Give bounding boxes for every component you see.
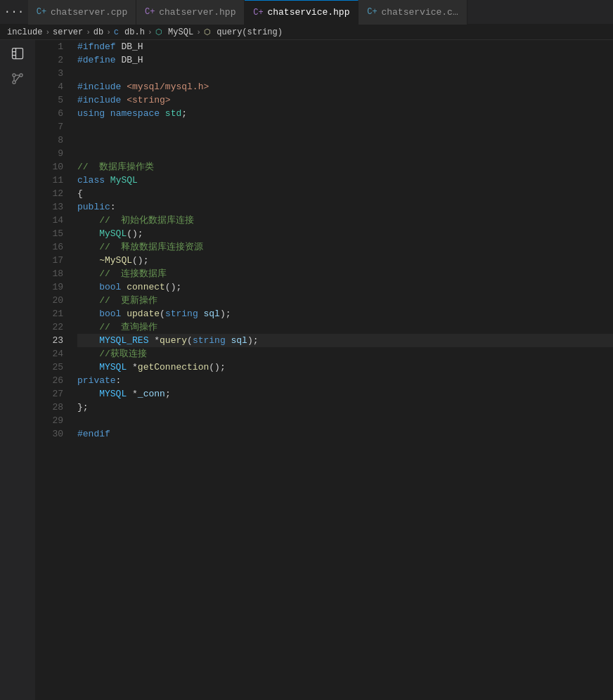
token-pp: #endif (77, 427, 110, 441)
token-comment: // 更新操作 (99, 294, 157, 307)
code-line-9 (77, 147, 613, 160)
token-cn: _conn (138, 387, 165, 401)
token-std-kw: std (165, 107, 181, 120)
tab-chatserver-cpp[interactable]: C+chatserver.cpp (28, 0, 136, 25)
code-line-20: // 更新操作 (77, 294, 613, 307)
token-n (105, 107, 110, 120)
tab-chatservice-c[interactable]: C+chatservice.c… (359, 0, 467, 25)
token-pp: #include (77, 93, 121, 107)
tab-chatservice-hpp[interactable]: C+chatservice.hpp (245, 0, 359, 25)
source-control-icon[interactable] (8, 69, 27, 89)
line-number-16: 16 (35, 240, 63, 254)
token-kw: private (77, 374, 116, 387)
token-punct: ); (247, 334, 259, 347)
code-line-3 (77, 67, 613, 80)
token-n (121, 307, 127, 320)
token-macro: MYSQL (99, 387, 127, 401)
code-line-6: using namespace std; (77, 107, 613, 120)
left-gutter (0, 40, 35, 700)
code-line-17: ~MySQL(); (77, 254, 613, 267)
token-punct: * (132, 387, 138, 401)
line-number-20: 20 (35, 294, 63, 307)
token-n (77, 294, 99, 307)
token-n (148, 334, 154, 347)
token-kw: string (165, 307, 198, 320)
line-number-21: 21 (35, 307, 63, 320)
token-n (77, 280, 99, 294)
breadcrumb-sep-2: › (86, 28, 91, 37)
code-content[interactable]: #ifndef DB_H#define DB_H #include <mysql… (70, 40, 613, 700)
line-number-23: 23 (35, 334, 63, 347)
code-line-14: // 初始化数据库连接 (77, 214, 613, 227)
code-line-23: MYSQL_RES *query(string sql); (77, 334, 613, 347)
token-param: sql (204, 307, 220, 320)
token-n (160, 107, 165, 120)
token-type: MySQL (110, 174, 138, 187)
token-n (77, 320, 99, 334)
line-number-17: 17 (35, 254, 63, 267)
svg-point-1 (13, 74, 15, 77)
breadcrumb-icon-query-fn: ⬡ (204, 28, 216, 37)
token-punct: (); (209, 361, 225, 374)
token-comment: // 数据库操作类 (77, 160, 154, 174)
token-n (77, 267, 99, 280)
breadcrumb-item-mysql-class[interactable]: ⬡ MySQL (155, 27, 194, 37)
token-kw: namespace (110, 107, 160, 120)
line-numbers: 1234567891011121314151617181920212223242… (35, 40, 70, 700)
code-line-29 (77, 414, 613, 427)
breadcrumb-item-include[interactable]: include (7, 27, 42, 37)
token-fn: update (127, 307, 160, 320)
explorer-icon[interactable] (8, 44, 27, 63)
code-line-16: // 释放数据库连接资源 (77, 240, 613, 254)
token-n (77, 227, 99, 240)
code-line-4: #include <mysql/mysql.h> (77, 80, 613, 93)
token-n (121, 280, 127, 294)
breadcrumb-item-dbh[interactable]: C db.h (114, 27, 145, 37)
token-pp: #ifndef (77, 40, 116, 53)
breadcrumb-sep-1: › (45, 28, 50, 37)
token-n (127, 361, 132, 374)
tab-bar: ··· C+chatserver.cppC+chatserver.hppC+ch… (0, 0, 613, 25)
token-inc: <string> (127, 93, 170, 107)
breadcrumb: include›server›db›C db.h›⬡ MySQL›⬡ query… (0, 25, 613, 40)
token-n: DB_H (116, 53, 143, 67)
line-number-2: 2 (35, 53, 63, 67)
token-n (77, 307, 99, 320)
code-line-27: MYSQL *_conn; (77, 387, 613, 401)
tab-label-chatservice-c: chatservice.c… (381, 7, 458, 18)
line-number-25: 25 (35, 361, 63, 374)
svg-point-3 (20, 74, 22, 77)
token-n (77, 361, 99, 374)
breadcrumb-item-query-fn[interactable]: ⬡ query(string) (204, 27, 283, 37)
line-number-8: 8 (35, 134, 63, 147)
tab-icon-chatservice-hpp: C+ (253, 8, 263, 18)
tab-label-chatserver-hpp: chatserver.hpp (159, 7, 235, 18)
code-line-22: // 查询操作 (77, 320, 613, 334)
token-n (77, 387, 99, 401)
line-number-4: 4 (35, 80, 63, 93)
breadcrumb-icon-dbh: C (114, 28, 123, 37)
tab-label-chatservice-hpp: chatservice.hpp (267, 7, 349, 18)
tab-chatserver-hpp[interactable]: C+chatserver.hpp (136, 0, 245, 25)
breadcrumb-item-db[interactable]: db (93, 27, 103, 37)
line-number-27: 27 (35, 387, 63, 401)
tab-menu-icon[interactable]: ··· (0, 0, 28, 25)
token-punct: ; (165, 387, 171, 401)
token-n (121, 80, 127, 93)
token-n (121, 93, 127, 107)
token-punct: * (132, 361, 138, 374)
token-kw: public (77, 200, 110, 214)
token-punct: { (77, 187, 83, 200)
token-comment: // 释放数据库连接资源 (99, 240, 203, 254)
code-line-21: bool update(string sql); (77, 307, 613, 320)
token-fn: query (160, 334, 187, 347)
breadcrumb-item-server[interactable]: server (53, 27, 83, 37)
token-kw: using (77, 107, 105, 120)
tab-label-chatserver-cpp: chatserver.cpp (51, 7, 127, 18)
token-comment: // 连接数据库 (99, 267, 167, 280)
token-fn: getConnection (138, 361, 209, 374)
line-number-10: 10 (35, 160, 63, 174)
token-comment: // 初始化数据库连接 (99, 214, 194, 227)
token-n (127, 387, 132, 401)
code-line-13: public: (77, 200, 613, 214)
